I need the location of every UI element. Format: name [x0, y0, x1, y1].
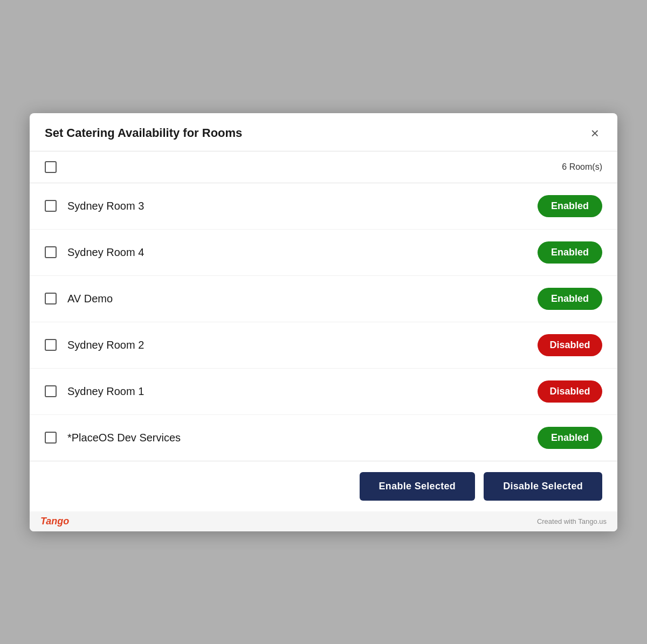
modal-dialog: Set Catering Availability for Rooms × 6 … [30, 113, 617, 531]
enable-selected-button[interactable]: Enable Selected [360, 472, 476, 501]
room-checkbox-4[interactable] [45, 385, 57, 397]
table-row: Sydney Room 4 Enabled [30, 230, 617, 276]
tango-brand-label: Tango [40, 516, 69, 527]
table-row: AV Demo Enabled [30, 276, 617, 322]
status-badge: Disabled [538, 380, 602, 403]
tango-footer: Tango Created with Tango.us [30, 511, 617, 531]
select-all-checkbox[interactable] [45, 161, 57, 173]
room-name: Sydney Room 2 [67, 339, 144, 351]
room-checkbox-0[interactable] [45, 200, 57, 212]
table-row: Sydney Room 1 Disabled [30, 369, 617, 415]
modal-footer: Enable Selected Disable Selected [30, 461, 617, 511]
status-badge: Enabled [538, 195, 602, 217]
table-row: *PlaceOS Dev Services Enabled [30, 415, 617, 461]
close-button[interactable]: × [588, 125, 602, 141]
status-badge: Enabled [538, 288, 602, 310]
room-name: Sydney Room 4 [67, 246, 144, 259]
status-badge: Enabled [538, 427, 602, 449]
room-checkbox-5[interactable] [45, 432, 57, 444]
room-name: AV Demo [67, 293, 113, 305]
room-left: AV Demo [45, 293, 113, 305]
room-left: *PlaceOS Dev Services [45, 432, 181, 444]
select-all-row: 6 Room(s) [30, 151, 617, 183]
room-left: Sydney Room 3 [45, 200, 144, 212]
room-checkbox-1[interactable] [45, 246, 57, 258]
room-left: Sydney Room 4 [45, 246, 144, 259]
modal-title: Set Catering Availability for Rooms [45, 126, 242, 140]
table-row: Sydney Room 3 Enabled [30, 183, 617, 230]
modal-header: Set Catering Availability for Rooms × [30, 113, 617, 151]
status-badge: Disabled [538, 334, 602, 356]
room-left: Sydney Room 1 [45, 385, 144, 398]
tango-credit-label: Created with Tango.us [537, 517, 607, 525]
room-left: Sydney Room 2 [45, 339, 144, 351]
room-name: *PlaceOS Dev Services [67, 432, 181, 444]
rooms-list: Sydney Room 3 Enabled Sydney Room 4 Enab… [30, 183, 617, 461]
room-name: Sydney Room 3 [67, 200, 144, 212]
table-row: Sydney Room 2 Disabled [30, 322, 617, 369]
room-checkbox-3[interactable] [45, 339, 57, 351]
disable-selected-button[interactable]: Disable Selected [484, 472, 602, 501]
room-name: Sydney Room 1 [67, 385, 144, 398]
room-count-label: 6 Room(s) [562, 162, 602, 172]
status-badge: Enabled [538, 241, 602, 264]
room-checkbox-2[interactable] [45, 293, 57, 304]
